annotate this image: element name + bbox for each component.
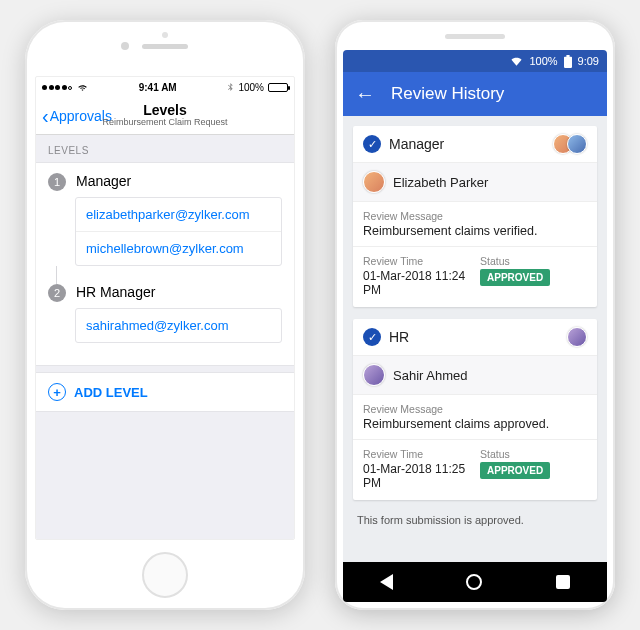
review-header[interactable]: ✓ HR: [353, 319, 597, 356]
level-title: Manager: [76, 173, 131, 189]
iphone-speaker: [142, 44, 188, 49]
review-header[interactable]: ✓ Manager: [353, 126, 597, 163]
android-status-battery-pct: 100%: [529, 55, 557, 67]
review-avatars: [553, 134, 587, 154]
level-title: HR Manager: [76, 284, 155, 300]
android-app-bar: ← Review History: [343, 72, 607, 116]
reviewer-row[interactable]: Sahir Ahmed: [353, 356, 597, 395]
battery-icon: [564, 55, 572, 68]
wifi-icon: [76, 82, 89, 92]
status-badge: APPROVED: [480, 462, 550, 479]
iphone-screen: 9:41 AM 100% ‹ Approvals Levels Reimburs…: [35, 76, 295, 540]
footer-note: This form submission is approved.: [353, 512, 597, 534]
appbar-title: Review History: [391, 84, 504, 104]
back-button[interactable]: ‹ Approvals: [42, 106, 112, 126]
review-time: 01-Mar-2018 11:25 PM: [363, 462, 470, 490]
review-time-label: Review Time: [363, 448, 470, 460]
ios-body[interactable]: LEVELS 1 Manager elizabethparker@zylker.…: [36, 135, 294, 539]
level-emails: sahirahmed@zylker.com: [75, 308, 282, 343]
review-message-label: Review Message: [363, 210, 587, 222]
review-status-label: Status: [480, 448, 587, 460]
review-time: 01-Mar-2018 11:24 PM: [363, 269, 470, 297]
nav-home-icon[interactable]: [466, 574, 482, 590]
iphone-camera: [121, 42, 129, 50]
review-message-block: Review Message Reimbursement claims veri…: [353, 202, 597, 247]
bluetooth-icon: [226, 81, 234, 93]
android-nav-bar: [343, 562, 607, 602]
check-circle-icon: ✓: [363, 328, 381, 346]
android-body[interactable]: ✓ Manager Elizabeth Parker Review Messag…: [343, 116, 607, 562]
review-role: HR: [389, 329, 409, 345]
review-message-block: Review Message Reimbursement claims appr…: [353, 395, 597, 440]
battery-icon: [268, 83, 288, 92]
check-circle-icon: ✓: [363, 135, 381, 153]
level-number-badge: 2: [48, 284, 66, 302]
review-time-status: Review Time 01-Mar-2018 11:25 PM Status …: [353, 440, 597, 500]
ios-status-bar: 9:41 AM 100%: [36, 77, 294, 97]
level-row[interactable]: 1 Manager: [48, 173, 282, 191]
nav-recent-icon[interactable]: [556, 575, 570, 589]
home-button[interactable]: [142, 552, 188, 598]
level-email[interactable]: michellebrown@zylker.com: [76, 231, 281, 265]
review-time-label: Review Time: [363, 255, 470, 267]
ios-status-battery-pct: 100%: [238, 82, 264, 93]
reviewer-row[interactable]: Elizabeth Parker: [353, 163, 597, 202]
level-email[interactable]: elizabethparker@zylker.com: [76, 198, 281, 231]
review-block: ✓ HR Sahir Ahmed Review Message Reimburs…: [353, 319, 597, 500]
review-avatars: [567, 327, 587, 347]
level-row[interactable]: 2 HR Manager: [48, 284, 282, 302]
iphone-sensor: [162, 32, 168, 38]
wifi-icon: [510, 56, 523, 67]
chevron-left-icon: ‹: [42, 106, 49, 126]
review-time-status: Review Time 01-Mar-2018 11:24 PM Status …: [353, 247, 597, 307]
signal-dots-icon: [42, 85, 72, 90]
avatar: [363, 364, 385, 386]
review-message: Reimbursement claims verified.: [363, 224, 587, 238]
review-message: Reimbursement claims approved.: [363, 417, 587, 431]
android-device: 100% 9:09 ← Review History ✓ Manager: [335, 20, 615, 610]
android-speaker: [445, 34, 505, 39]
review-role: Manager: [389, 136, 444, 152]
reviewer-name: Sahir Ahmed: [393, 368, 467, 383]
reviewer-name: Elizabeth Parker: [393, 175, 488, 190]
avatar: [363, 171, 385, 193]
level-emails: elizabethparker@zylker.com michellebrown…: [75, 197, 282, 266]
section-header-levels: LEVELS: [36, 135, 294, 162]
avatar: [567, 327, 587, 347]
level-number-badge: 1: [48, 173, 66, 191]
level-email[interactable]: sahirahmed@zylker.com: [76, 309, 281, 342]
back-arrow-icon[interactable]: ←: [355, 84, 375, 104]
levels-card: 1 Manager elizabethparker@zylker.com mic…: [36, 162, 294, 366]
status-badge: APPROVED: [480, 269, 550, 286]
plus-circle-icon: +: [48, 383, 66, 401]
android-screen: 100% 9:09 ← Review History ✓ Manager: [343, 50, 607, 602]
ios-status-time: 9:41 AM: [139, 82, 177, 93]
review-message-label: Review Message: [363, 403, 587, 415]
add-level-button[interactable]: + ADD LEVEL: [36, 372, 294, 412]
android-status-bar: 100% 9:09: [343, 50, 607, 72]
review-status-label: Status: [480, 255, 587, 267]
back-label: Approvals: [50, 108, 112, 124]
review-block: ✓ Manager Elizabeth Parker Review Messag…: [353, 126, 597, 307]
iphone-device: 9:41 AM 100% ‹ Approvals Levels Reimburs…: [25, 20, 305, 610]
android-status-time: 9:09: [578, 55, 599, 67]
add-level-label: ADD LEVEL: [74, 385, 148, 400]
ios-nav-bar: ‹ Approvals Levels Reimbursement Claim R…: [36, 97, 294, 135]
nav-back-icon[interactable]: [380, 574, 393, 590]
avatar: [567, 134, 587, 154]
